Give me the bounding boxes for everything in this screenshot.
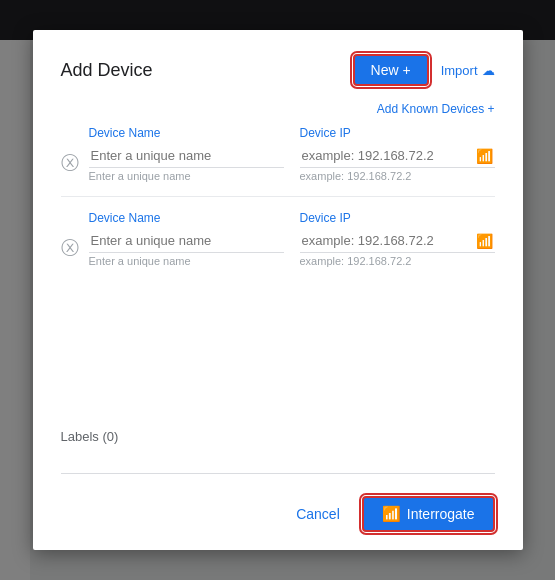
device-1-ip-input-wrapper: 📶 <box>300 144 495 168</box>
labels-title: Labels (0) <box>61 429 495 444</box>
device-1-name-group: Device Name Enter a unique name <box>89 126 284 182</box>
new-button[interactable]: New + <box>353 54 429 86</box>
remove-device-2-button[interactable]: ⓧ <box>61 239 79 257</box>
wifi-icon-1: 📶 <box>476 148 493 164</box>
remove-circle-icon: ⓧ <box>61 153 79 173</box>
device-2-ip-label: Device IP <box>300 211 495 225</box>
device-2-ip-input-wrapper: 📶 <box>300 229 495 253</box>
device-1-name-input[interactable] <box>89 144 284 168</box>
remove-device-1-button[interactable]: ⓧ <box>61 154 79 172</box>
add-known-devices-link[interactable]: Add Known Devices + <box>61 102 495 116</box>
modal-overlay: Add Device New + Import ☁ Add Known Devi… <box>0 0 555 580</box>
device-2-ip-input[interactable] <box>300 229 495 253</box>
cancel-button[interactable]: Cancel <box>286 500 350 528</box>
wifi-icon-2: 📶 <box>476 233 493 249</box>
device-2-name-hint: Enter a unique name <box>89 255 284 267</box>
device-2-ip-group: Device IP 📶 example: 192.168.72.2 <box>300 211 495 267</box>
modal-header: Add Device New + Import ☁ <box>61 54 495 86</box>
device-1-ip-input[interactable] <box>300 144 495 168</box>
add-device-modal: Add Device New + Import ☁ Add Known Devi… <box>33 30 523 550</box>
device-1-name-label: Device Name <box>89 126 284 140</box>
import-button[interactable]: Import ☁ <box>441 63 495 78</box>
interrogate-wifi-icon: 📶 <box>382 505 401 523</box>
device-1-name-input-wrapper <box>89 144 284 168</box>
device-1-ip-group: Device IP 📶 example: 192.168.72.2 <box>300 126 495 182</box>
remove-circle-icon: ⓧ <box>61 238 79 258</box>
labels-section: Labels (0) <box>61 419 495 474</box>
modal-footer: Cancel 📶 Interrogate <box>61 496 495 532</box>
modal-title: Add Device <box>61 60 153 81</box>
device-2-name-input[interactable] <box>89 229 284 253</box>
devices-section: ⓧ Device Name Enter a unique name Device… <box>61 126 495 419</box>
device-row: ⓧ Device Name Enter a unique name Device… <box>61 211 495 267</box>
device-1-fields: Device Name Enter a unique name Device I… <box>89 126 495 182</box>
device-2-name-group: Device Name Enter a unique name <box>89 211 284 267</box>
device-2-name-label: Device Name <box>89 211 284 225</box>
device-1-ip-hint: example: 192.168.72.2 <box>300 170 495 182</box>
device-2-fields: Device Name Enter a unique name Device I… <box>89 211 495 267</box>
device-1-ip-label: Device IP <box>300 126 495 140</box>
labels-input[interactable] <box>61 450 495 474</box>
header-actions: New + Import ☁ <box>353 54 495 86</box>
interrogate-button[interactable]: 📶 Interrogate <box>362 496 495 532</box>
device-1-name-hint: Enter a unique name <box>89 170 284 182</box>
device-2-ip-hint: example: 192.168.72.2 <box>300 255 495 267</box>
upload-cloud-icon: ☁ <box>482 63 495 78</box>
device-row: ⓧ Device Name Enter a unique name Device… <box>61 126 495 182</box>
device-2-name-input-wrapper <box>89 229 284 253</box>
row-divider-1 <box>61 196 495 197</box>
